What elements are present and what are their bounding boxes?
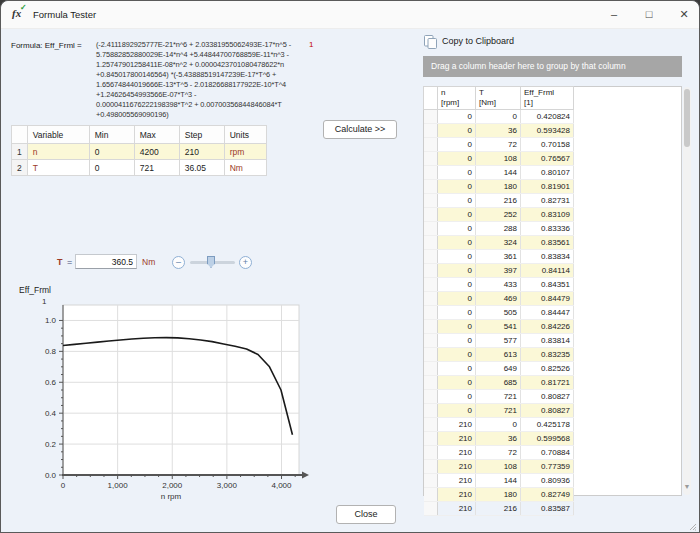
result-cell: 210: [438, 460, 476, 474]
efficiency-chart: Eff_Frml 1 01,0002,0003,0004,0000.00.20.…: [9, 281, 311, 503]
result-cell: 0: [438, 166, 476, 180]
result-cell: 180: [476, 488, 521, 502]
result-row[interactable]: 07210.80827: [424, 404, 574, 418]
svg-text:0.4: 0.4: [45, 409, 57, 418]
formula-text: (-2.4111892925777E-21*n^6 + 2.0338195506…: [96, 40, 310, 120]
result-cell: 108: [476, 152, 521, 166]
result-cell: 0.83336: [521, 222, 574, 236]
result-row[interactable]: 04690.84479: [424, 292, 574, 306]
result-row[interactable]: 210720.70884: [424, 446, 574, 460]
grid-header-n[interactable]: n[rpm]: [438, 87, 476, 110]
result-row[interactable]: 03970.84114: [424, 264, 574, 278]
result-row[interactable]: 2101440.80936: [424, 474, 574, 488]
result-row[interactable]: 02520.83109: [424, 208, 574, 222]
result-row[interactable]: 01800.81901: [424, 180, 574, 194]
result-row[interactable]: 000.420824: [424, 110, 574, 124]
result-cell: 36: [476, 124, 521, 138]
result-cell: 0: [438, 250, 476, 264]
result-row[interactable]: 01080.76567: [424, 152, 574, 166]
svg-text:3,000: 3,000: [217, 481, 238, 490]
result-row[interactable]: 01440.80107: [424, 166, 574, 180]
result-row[interactable]: 06850.81721: [424, 376, 574, 390]
vars-cell-min[interactable]: 0: [89, 160, 134, 176]
minimize-button[interactable]: –: [598, 6, 630, 24]
row-indicator: [424, 432, 438, 446]
grid-header-t[interactable]: T[Nm]: [476, 87, 521, 110]
row-indicator: [424, 348, 438, 362]
row-indicator: [424, 236, 438, 250]
slider-unit-label: Nm: [142, 257, 155, 267]
result-cell: 0: [438, 236, 476, 250]
slider-thumb[interactable]: [207, 256, 215, 268]
result-row[interactable]: 06130.83235: [424, 348, 574, 362]
result-row[interactable]: 07210.80827: [424, 390, 574, 404]
row-indicator: [424, 208, 438, 222]
result-row[interactable]: 03610.83834: [424, 250, 574, 264]
resize-grip-icon[interactable]: [687, 521, 697, 531]
slider-value-input[interactable]: [75, 254, 137, 269]
result-cell: 0.82731: [521, 194, 574, 208]
row-indicator: [424, 264, 438, 278]
result-row[interactable]: 03240.83561: [424, 236, 574, 250]
result-row[interactable]: 06490.82526: [424, 362, 574, 376]
grid-header-eff_frml[interactable]: Eff_Frml[1]: [521, 87, 574, 110]
result-row[interactable]: 0360.593428: [424, 124, 574, 138]
calculate-button[interactable]: Calculate >>: [323, 120, 397, 139]
result-cell: 108: [476, 460, 521, 474]
result-cell: 613: [476, 348, 521, 362]
result-row[interactable]: 2102160.83587: [424, 502, 574, 516]
vars-cell-step[interactable]: 210: [179, 144, 224, 160]
result-row[interactable]: 02880.83336: [424, 222, 574, 236]
row-indicator: [424, 194, 438, 208]
variables-row[interactable]: 2T072136.05Nm: [12, 160, 267, 176]
result-cell: 72: [476, 446, 521, 460]
scrollbar-down-arrow[interactable]: ▼: [683, 483, 691, 490]
result-cell: 210: [438, 488, 476, 502]
result-row[interactable]: 2101800.82749: [424, 488, 574, 502]
row-indicator: [424, 152, 438, 166]
row-indicator: [424, 110, 438, 124]
result-row[interactable]: 05410.84226: [424, 320, 574, 334]
close-window-button[interactable]: ✕: [668, 6, 700, 24]
vars-cell-units[interactable]: rpm: [224, 144, 266, 160]
maximize-button[interactable]: □: [633, 6, 665, 24]
results-table: n[rpm]T[Nm]Eff_Frml[1] 000.4208240360.59…: [423, 86, 574, 516]
result-cell: 0: [438, 376, 476, 390]
result-row[interactable]: 02160.82731: [424, 194, 574, 208]
clipboard-icon: [423, 34, 438, 49]
result-cell: 0.76567: [521, 152, 574, 166]
row-indicator: [424, 166, 438, 180]
variables-row[interactable]: 1n04200210rpm: [12, 144, 267, 160]
result-row[interactable]: 210360.599568: [424, 432, 574, 446]
vars-cell-step[interactable]: 36.05: [179, 160, 224, 176]
row-indicator: [424, 376, 438, 390]
vars-cell-max[interactable]: 721: [134, 160, 179, 176]
increment-button[interactable]: +: [239, 256, 252, 269]
result-cell: 0.83814: [521, 334, 574, 348]
result-row[interactable]: 04330.84351: [424, 278, 574, 292]
row-indicator: [424, 250, 438, 264]
result-cell: 0: [476, 418, 521, 432]
vars-cell-variable[interactable]: n: [27, 144, 89, 160]
result-row[interactable]: 05050.84447: [424, 306, 574, 320]
close-button[interactable]: Close: [336, 505, 396, 524]
svg-text:0.2: 0.2: [45, 440, 57, 449]
svg-text:0: 0: [61, 481, 66, 490]
result-row[interactable]: 21000.425178: [424, 418, 574, 432]
decrement-button[interactable]: –: [172, 256, 185, 269]
scrollbar-thumb[interactable]: [684, 89, 690, 147]
result-row[interactable]: 2101080.77359: [424, 460, 574, 474]
svg-text:n rpm: n rpm: [161, 492, 182, 501]
results-header-row: n[rpm]T[Nm]Eff_Frml[1]: [424, 87, 574, 110]
vertical-scrollbar[interactable]: ▼: [683, 87, 691, 495]
vars-cell-max[interactable]: 4200: [134, 144, 179, 160]
row-indicator: [424, 502, 438, 516]
result-row[interactable]: 0720.70158: [424, 138, 574, 152]
result-cell: 0.81721: [521, 376, 574, 390]
vars-cell-units[interactable]: Nm: [224, 160, 266, 176]
vars-cell-variable[interactable]: T: [27, 160, 89, 176]
svg-text:1,000: 1,000: [108, 481, 129, 490]
group-by-bar[interactable]: Drag a column header here to group by th…: [423, 56, 682, 77]
vars-cell-min[interactable]: 0: [89, 144, 134, 160]
result-row[interactable]: 05770.83814: [424, 334, 574, 348]
